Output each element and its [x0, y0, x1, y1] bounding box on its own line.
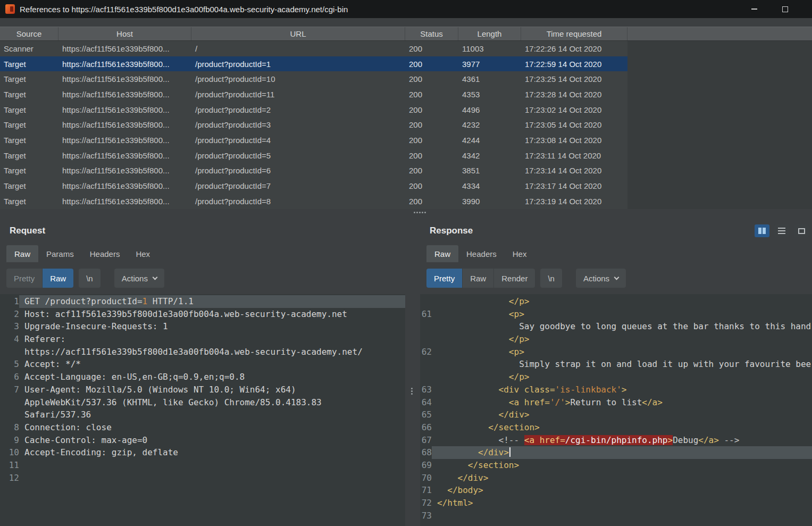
code-line[interactable]: Safari/537.36: [0, 408, 405, 421]
code-segment: /cgi-bin/phpinfo.php: [565, 435, 668, 445]
message-editor-area: Request RawParamsHeadersHex PrettyRaw\nA…: [0, 216, 812, 526]
single-layout-button[interactable]: [794, 224, 809, 237]
code-line[interactable]: 64 <a href='/'>Return to list</a>: [420, 396, 812, 409]
code-text: <!-- <a href=/cgi-bin/phpinfo.php>Debug<…: [432, 434, 812, 447]
table-row[interactable]: Targethttps://acf11f561e339b5f800.../pro…: [0, 148, 627, 163]
table-row[interactable]: Targethttps://acf11f561e339b5f800.../pro…: [0, 117, 627, 132]
table-cell: Target: [0, 194, 58, 209]
window-controls: [746, 2, 807, 16]
response-tab-raw[interactable]: Raw: [426, 245, 458, 262]
response-actions-button[interactable]: Actions: [576, 269, 626, 288]
table-cell: 17:23:25 14 Oct 2020: [521, 71, 627, 87]
vertical-splitter[interactable]: [405, 216, 420, 526]
code-line[interactable]: 61 <p>: [420, 308, 812, 321]
code-line[interactable]: 5Accept: */*: [0, 358, 405, 371]
table-row[interactable]: Scannerhttps://acf11f561e339b5f800.../20…: [0, 41, 627, 56]
table-cell: 200: [405, 71, 458, 87]
maximize-button[interactable]: [777, 2, 793, 16]
line-number: 1: [0, 295, 19, 308]
code-line[interactable]: 68 </div>: [420, 446, 812, 459]
response-editor[interactable]: </p>61 <p> Say goodbye to long queues at…: [420, 294, 812, 526]
code-line[interactable]: 12: [0, 472, 405, 485]
request-view-raw-button[interactable]: Raw: [42, 269, 73, 288]
table-row[interactable]: Targethttps://acf11f561e339b5f800.../pro…: [0, 87, 627, 102]
request-actions-button[interactable]: Actions: [114, 269, 164, 288]
columns-layout-button[interactable]: [755, 224, 769, 237]
table-row[interactable]: Targethttps://acf11f561e339b5f800.../pro…: [0, 102, 627, 118]
code-line[interactable]: 11: [0, 459, 405, 472]
code-segment: HTTP/1.1: [147, 296, 194, 306]
request-tab-hex[interactable]: Hex: [128, 245, 158, 262]
table-row[interactable]: Targethttps://acf11f561e339b5f800.../pro…: [0, 71, 627, 87]
code-line[interactable]: </p>: [420, 295, 812, 308]
code-line[interactable]: 10Accept-Encoding: gzip, deflate: [0, 446, 405, 459]
line-number: [0, 396, 19, 409]
code-segment: <a href=: [437, 397, 550, 407]
table-cell: 3977: [458, 56, 521, 72]
code-line[interactable]: 62 <p>: [420, 346, 812, 358]
code-line[interactable]: 8Connection: close: [0, 421, 405, 434]
request-tab-params[interactable]: Params: [38, 245, 82, 262]
table-row[interactable]: Targethttps://acf11f561e339b5f800.../pro…: [0, 194, 627, 209]
column-header-source[interactable]: Source: [0, 27, 58, 40]
code-line[interactable]: 7User-Agent: Mozilla/5.0 (Windows NT 10.…: [0, 383, 405, 396]
table-row[interactable]: Targethttps://acf11f561e339b5f800.../pro…: [0, 178, 627, 194]
column-header-length[interactable]: Length: [458, 27, 521, 40]
code-line[interactable]: 9Cache-Control: max-age=0: [0, 434, 405, 447]
response-newline-button[interactable]: \n: [540, 269, 562, 288]
table-row[interactable]: Targethttps://acf11f561e339b5f800.../pro…: [0, 163, 627, 179]
minimize-button[interactable]: [746, 2, 762, 16]
line-number: 63: [420, 383, 432, 396]
code-line[interactable]: Simply strap it on and load it up with y…: [420, 358, 812, 371]
table-cell: 200: [405, 87, 458, 102]
code-segment: '/': [550, 397, 565, 407]
code-line[interactable]: 66 </section>: [420, 421, 812, 434]
column-header-url[interactable]: URL: [191, 27, 405, 40]
request-tab-headers[interactable]: Headers: [82, 245, 128, 262]
response-view-render-button[interactable]: Render: [493, 269, 535, 288]
table-cell: https://acf11f561e339b5f800...: [58, 41, 191, 56]
response-view-raw-button[interactable]: Raw: [462, 269, 493, 288]
response-tab-hex[interactable]: Hex: [505, 245, 535, 262]
request-editor[interactable]: 1GET /product?productId=1 HTTP/1.12Host:…: [0, 294, 405, 526]
code-line[interactable]: 1GET /product?productId=1 HTTP/1.1: [0, 295, 405, 308]
code-text: <p>: [432, 346, 812, 358]
code-text: Say goodbye to long queues at the bar th…: [432, 320, 812, 333]
table-cell: 200: [405, 148, 458, 163]
code-line[interactable]: https://acf11f561e339b5f800d1e3a00fb004a…: [0, 346, 405, 358]
table-cell: https://acf11f561e339b5f800...: [58, 148, 191, 163]
code-line[interactable]: 6Accept-Language: en-US,en-GB;q=0.9,en;q…: [0, 371, 405, 383]
code-line[interactable]: 2Host: acf11f561e339b5f800d1e3a00fb004a.…: [0, 308, 405, 321]
horizontal-splitter[interactable]: [0, 208, 812, 216]
code-line[interactable]: 70 </div>: [420, 472, 812, 485]
code-line[interactable]: AppleWebKit/537.36 (KHTML, like Gecko) C…: [0, 396, 405, 409]
code-line[interactable]: 67 <!-- <a href=/cgi-bin/phpinfo.php>Deb…: [420, 434, 812, 447]
code-text: Accept: */*: [19, 358, 405, 371]
table-row[interactable]: Targethttps://acf11f561e339b5f800.../pro…: [0, 132, 627, 148]
code-segment: <p>: [437, 309, 524, 319]
column-header-time-requested[interactable]: Time requested: [521, 27, 627, 40]
response-tab-headers[interactable]: Headers: [458, 245, 505, 262]
code-line[interactable]: 4Referer:: [0, 333, 405, 346]
column-header-host[interactable]: Host: [58, 27, 191, 40]
request-view-pretty-button[interactable]: Pretty: [6, 269, 42, 288]
response-view-pretty-button[interactable]: Pretty: [426, 269, 462, 288]
code-line[interactable]: 73: [420, 510, 812, 522]
request-newline-button[interactable]: \n: [79, 269, 101, 288]
code-line[interactable]: 72</html>: [420, 497, 812, 510]
column-header-status[interactable]: Status: [405, 27, 458, 40]
code-line[interactable]: 71 </body>: [420, 484, 812, 497]
code-line[interactable]: 69 </section>: [420, 459, 812, 472]
code-line[interactable]: </p>: [420, 371, 812, 383]
code-line[interactable]: 65 </div>: [420, 408, 812, 421]
code-text: </section>: [432, 459, 812, 472]
code-line[interactable]: 3Upgrade-Insecure-Requests: 1: [0, 320, 405, 333]
code-line[interactable]: </p>: [420, 333, 812, 346]
line-number: 3: [0, 320, 19, 333]
line-number: 9: [0, 434, 19, 447]
code-line[interactable]: Say goodbye to long queues at the bar th…: [420, 320, 812, 333]
code-line[interactable]: 63 <div class='is-linkback'>: [420, 383, 812, 396]
request-tab-raw[interactable]: Raw: [6, 245, 38, 262]
table-row[interactable]: Targethttps://acf11f561e339b5f800.../pro…: [0, 56, 627, 72]
stacked-layout-button[interactable]: [774, 224, 789, 237]
